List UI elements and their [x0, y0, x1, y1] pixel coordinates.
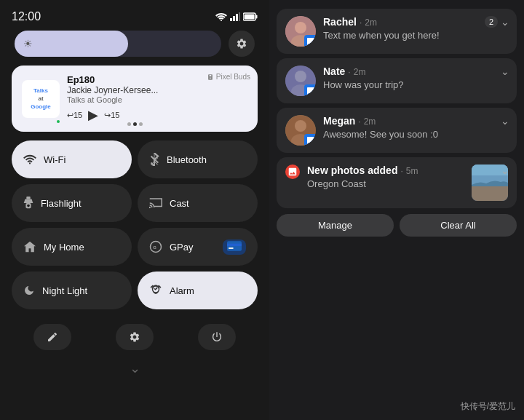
- notif-photos-text: Oregon Coast: [307, 178, 464, 189]
- brightness-row: ☀: [12, 31, 258, 57]
- toggles-grid: Wi-Fi Bluetooth Flashlight: [12, 140, 258, 309]
- notif-nate-time: 2m: [354, 67, 366, 77]
- notif-rachel-time: 2m: [365, 17, 377, 28]
- flashlight-label: Flashlight: [41, 198, 82, 209]
- settings-button[interactable]: [116, 324, 154, 350]
- chevron-nate[interactable]: ⌄: [501, 66, 509, 77]
- wifi-status-icon: [215, 12, 227, 21]
- notifications-panel: Rachel · 2m Text me when you get here! 2…: [269, 0, 524, 420]
- svg-text:G: G: [153, 245, 156, 250]
- chevron-rachel[interactable]: ⌄: [501, 16, 509, 28]
- nightlight-toggle[interactable]: Night Light: [12, 272, 132, 309]
- cast-label: Cast: [170, 198, 189, 209]
- gear-icon: [236, 38, 247, 49]
- myhome-label: My Home: [44, 242, 84, 253]
- media-source: Talks at Google: [67, 95, 247, 104]
- clear-all-button[interactable]: Clear All: [400, 214, 517, 237]
- collapse-indicator: ⌄: [12, 357, 258, 376]
- manage-button[interactable]: Manage: [277, 214, 394, 237]
- notif-photos-actions: ⌄: [501, 165, 509, 176]
- power-button[interactable]: [198, 324, 236, 350]
- notif-rachel-header: Rachel · 2m: [323, 16, 508, 28]
- notification-rachel[interactable]: Rachel · 2m Text me when you get here! 2…: [277, 9, 517, 54]
- settings-quick-button[interactable]: [229, 31, 255, 57]
- svg-rect-2: [233, 16, 235, 21]
- messages-badge: [304, 35, 316, 47]
- status-bar: 12:00: [12, 7, 258, 31]
- status-icons: [215, 12, 258, 21]
- forward-button[interactable]: ↪15: [104, 111, 119, 120]
- notification-photos[interactable]: New photos added · 5m Oregon Coast ⌄: [277, 157, 517, 208]
- notification-nate[interactable]: Nate · 2m How was your trip? ⌄: [277, 58, 517, 103]
- alarm-toggle[interactable]: Alarm: [138, 272, 258, 309]
- notif-rachel-body: Rachel · 2m Text me when you get here!: [323, 16, 508, 41]
- alarm-label: Alarm: [170, 285, 194, 296]
- messages-badge-nate: [304, 84, 316, 96]
- svg-rect-4: [239, 12, 240, 21]
- bluetooth-icon: [149, 153, 159, 166]
- bluetooth-toggle[interactable]: Bluetooth: [138, 140, 258, 178]
- svg-point-19: [295, 22, 306, 33]
- flashlight-icon: [23, 197, 33, 210]
- notif-rachel-dot: ·: [360, 17, 362, 28]
- notification-action-buttons: Manage Clear All: [277, 214, 517, 237]
- wifi-toggle[interactable]: Wi-Fi: [12, 140, 132, 178]
- rewind-button[interactable]: ↩15: [67, 111, 82, 120]
- notif-photos-body: New photos added · 5m Oregon Coast: [307, 165, 464, 189]
- notif-rachel-name: Rachel: [323, 16, 357, 28]
- chevron-photos[interactable]: ⌄: [501, 165, 509, 176]
- media-title: Jackie Joyner-Kersee...: [67, 85, 247, 95]
- gpay-accent: [223, 239, 246, 255]
- svg-rect-17: [229, 247, 234, 249]
- notification-megan[interactable]: Megan · 2m Awesome! See you soon :0 ⌄: [277, 108, 517, 153]
- quick-settings-panel: 12:00 ☀: [0, 0, 269, 420]
- media-controls: ↩15 ▶ ↪15: [67, 107, 247, 123]
- signal-icon: [230, 12, 240, 21]
- photos-app-icon: [285, 165, 300, 179]
- moon-icon: [23, 285, 35, 296]
- status-time: 12:00: [12, 10, 41, 23]
- cast-toggle[interactable]: Cast: [138, 184, 258, 222]
- gpay-label: GPay: [170, 242, 194, 253]
- notif-nate-dot: ·: [348, 67, 350, 77]
- device-name: Pixel Buds: [216, 73, 250, 81]
- flashlight-toggle[interactable]: Flashlight: [12, 184, 132, 222]
- notif-megan-time: 2m: [364, 116, 376, 127]
- settings-icon: [129, 331, 140, 343]
- notif-photos-header: New photos added · 5m: [307, 165, 464, 176]
- media-logo: Talks at Google: [22, 80, 60, 118]
- battery-icon: [243, 12, 258, 21]
- brightness-icon: ☀: [23, 38, 33, 49]
- media-card[interactable]: Talks at Google Ep180 Jackie Joyner-Kers…: [12, 66, 258, 132]
- notif-rachel-actions: 2 ⌄: [485, 16, 509, 28]
- card-icon: [227, 241, 242, 251]
- notif-nate-actions: ⌄: [501, 66, 509, 77]
- gpay-toggle[interactable]: G GPay: [138, 228, 258, 266]
- media-device-badge: Pixel Buds: [207, 73, 250, 81]
- notif-megan-header: Megan · 2m: [323, 115, 508, 127]
- myhome-toggle[interactable]: My Home: [12, 228, 132, 266]
- edit-button[interactable]: [33, 324, 71, 350]
- notif-nate-header: Nate · 2m: [323, 66, 508, 77]
- notif-photos-dot: ·: [400, 166, 402, 176]
- notif-megan-name: Megan: [323, 115, 355, 127]
- svg-rect-28: [472, 186, 508, 201]
- svg-point-22: [295, 71, 306, 82]
- notif-photos-time: 5m: [406, 166, 418, 176]
- notif-rachel-text: Text me when you get here!: [323, 30, 508, 41]
- chevron-megan[interactable]: ⌄: [501, 115, 509, 127]
- brightness-slider[interactable]: ☀: [15, 31, 221, 57]
- svg-rect-3: [236, 14, 238, 21]
- avatar-rachel: [285, 16, 316, 47]
- avatar-nate: [285, 66, 316, 96]
- svg-rect-1: [230, 18, 232, 21]
- svg-rect-7: [245, 15, 255, 20]
- power-icon: [211, 331, 223, 343]
- svg-point-25: [295, 120, 306, 132]
- alarm-icon: [149, 284, 162, 297]
- wifi-label: Wi-Fi: [44, 154, 66, 165]
- nightlight-label: Night Light: [42, 285, 87, 296]
- play-button[interactable]: ▶: [88, 107, 98, 123]
- svg-rect-16: [227, 243, 242, 245]
- pencil-icon: [47, 331, 58, 343]
